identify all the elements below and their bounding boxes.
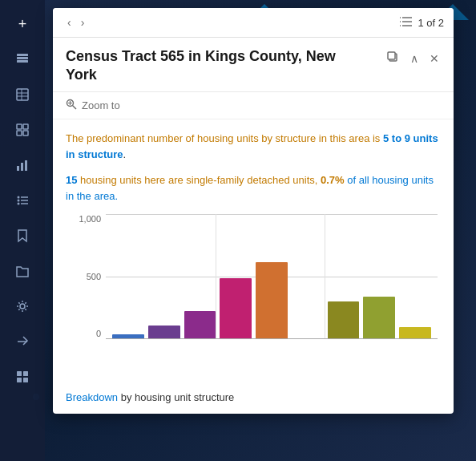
svg-rect-32 xyxy=(388,52,395,59)
duplicate-button[interactable] xyxy=(385,49,401,67)
svg-rect-7 xyxy=(17,124,22,129)
chart-container: 1,000 500 0 xyxy=(66,214,441,370)
chart-footer: Breakdown by housing unit structure xyxy=(53,385,454,414)
description-line1: The predominant number of housing units … xyxy=(66,131,441,163)
list-icon[interactable] xyxy=(8,186,37,215)
svg-rect-12 xyxy=(21,163,23,171)
bar-9 xyxy=(399,327,431,338)
svg-rect-21 xyxy=(17,371,22,376)
sidebar: + xyxy=(0,0,45,461)
share-icon[interactable] xyxy=(8,327,37,356)
popup-title: Census Tract 565 in Kings County, New Yo… xyxy=(66,47,338,85)
zoom-label[interactable]: Zoom to xyxy=(82,99,120,111)
breakdown-link[interactable]: Breakdown by housing unit structure xyxy=(66,391,234,403)
y-label-0: 0 xyxy=(96,329,101,338)
svg-rect-8 xyxy=(23,124,28,129)
next-button[interactable]: › xyxy=(76,14,90,30)
y-label-500: 500 xyxy=(87,272,101,281)
bar-4 xyxy=(220,278,252,338)
bar-3 xyxy=(184,311,216,338)
add-icon[interactable]: + xyxy=(8,10,37,38)
svg-point-16 xyxy=(18,200,20,202)
apps-icon[interactable] xyxy=(8,362,37,391)
svg-rect-9 xyxy=(17,131,22,135)
svg-point-18 xyxy=(18,203,20,205)
list-view-icon xyxy=(400,16,413,30)
page-indicator: 1 of 2 xyxy=(418,17,444,29)
folder-icon[interactable] xyxy=(8,257,37,285)
svg-point-14 xyxy=(18,196,20,199)
svg-rect-22 xyxy=(23,371,28,376)
svg-rect-10 xyxy=(23,131,28,135)
svg-rect-2 xyxy=(17,54,28,56)
svg-rect-11 xyxy=(17,166,19,171)
table-icon[interactable] xyxy=(8,80,37,109)
svg-point-20 xyxy=(20,304,25,309)
svg-rect-3 xyxy=(17,89,28,100)
bar-1 xyxy=(112,334,144,338)
settings-icon[interactable] xyxy=(8,292,37,321)
bar-2 xyxy=(148,326,180,338)
close-button[interactable]: ✕ xyxy=(428,51,441,67)
description-line2: 15 housing units here are single-family … xyxy=(66,172,441,204)
popup-nav: ‹ › 1 of 2 xyxy=(53,8,454,38)
bar-chart-icon[interactable] xyxy=(8,151,37,180)
svg-rect-0 xyxy=(17,57,28,59)
svg-line-34 xyxy=(73,105,77,109)
popup-panel: ‹ › 1 of 2 Census Tract 565 in Kings Cou… xyxy=(53,8,454,414)
popup-actions: ∧ ✕ xyxy=(385,49,441,67)
zoom-row: Zoom to xyxy=(53,92,454,119)
y-label-1000: 1,000 xyxy=(79,214,101,224)
prev-button[interactable]: ‹ xyxy=(63,14,76,30)
bar-5 xyxy=(256,262,288,338)
collapse-button[interactable]: ∧ xyxy=(409,51,420,67)
chart-grid-icon[interactable] xyxy=(8,115,37,144)
layers-icon[interactable] xyxy=(8,45,37,74)
svg-rect-1 xyxy=(17,60,28,63)
popup-header: Census Tract 565 in Kings County, New Yo… xyxy=(53,38,454,92)
zoom-icon xyxy=(66,99,77,112)
svg-rect-13 xyxy=(25,160,27,171)
svg-rect-23 xyxy=(17,378,22,382)
popup-content: The predominant number of housing units … xyxy=(53,119,454,386)
bar-7 xyxy=(328,301,360,338)
svg-rect-24 xyxy=(23,378,28,382)
bookmark-icon[interactable] xyxy=(8,221,37,250)
bar-8 xyxy=(363,297,395,338)
